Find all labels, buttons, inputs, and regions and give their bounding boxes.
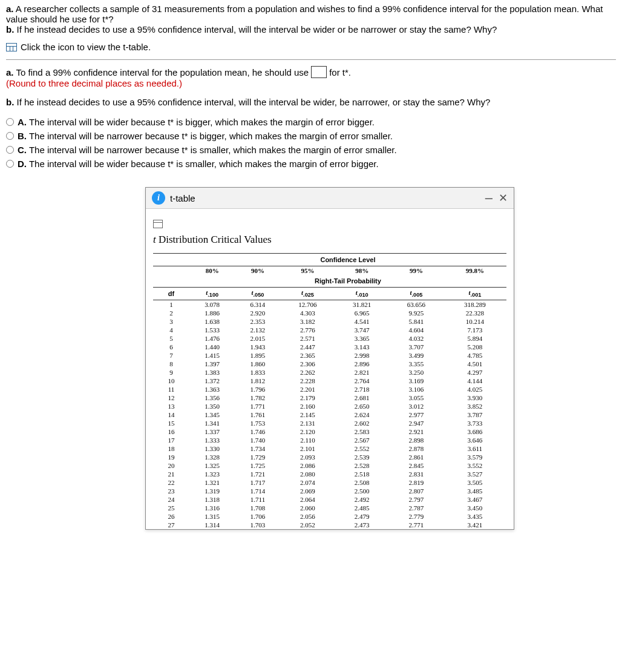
option-a-letter: A. xyxy=(18,117,27,127)
table-row: 121.3561.7822.1792.6813.0553.930 xyxy=(153,394,506,402)
conf-header: 95% xyxy=(281,266,335,275)
value-cell: 1.397 xyxy=(189,360,235,368)
option-b-row[interactable]: B. The interval will be narrower because… xyxy=(6,131,616,141)
value-cell: 2.539 xyxy=(335,453,389,461)
table-row: 201.3251.7252.0862.5282.8453.552 xyxy=(153,461,506,470)
dialog-header: i t-table – ✕ xyxy=(146,188,514,209)
t-star-input[interactable] xyxy=(311,66,327,78)
df-cell: 11 xyxy=(153,385,189,394)
value-cell: 1.714 xyxy=(235,487,280,495)
df-cell: 19 xyxy=(153,453,189,461)
value-cell: 1.711 xyxy=(235,495,280,504)
option-d-radio[interactable] xyxy=(6,160,14,168)
table-row: 271.3141.7032.0522.4732.7713.421 xyxy=(153,521,506,529)
value-cell: 1.345 xyxy=(189,410,235,419)
table-row: 71.4151.8952.3652.9983.4994.785 xyxy=(153,351,506,360)
option-b-text: The interval will be narrower because t*… xyxy=(29,131,393,141)
option-a-row[interactable]: A. The interval will be wider because t*… xyxy=(6,117,616,127)
value-cell: 3.733 xyxy=(444,419,506,427)
view-t-table-link[interactable]: Click the icon to view the t-table. xyxy=(6,42,616,52)
value-cell: 1.476 xyxy=(189,334,235,343)
value-cell: 3.106 xyxy=(389,385,444,394)
value-cell: 5.894 xyxy=(444,334,506,343)
conf-header: 90% xyxy=(235,266,280,275)
value-cell: 1.321 xyxy=(189,478,235,487)
value-cell: 3.787 xyxy=(444,410,506,419)
value-cell: 4.541 xyxy=(335,317,389,326)
part-a-text: A researcher collects a sample of 31 mea… xyxy=(6,4,603,24)
value-cell: 1.796 xyxy=(235,385,280,394)
df-cell: 12 xyxy=(153,394,189,402)
value-cell: 1.333 xyxy=(189,436,235,444)
value-cell: 1.415 xyxy=(189,351,235,360)
value-cell: 2.306 xyxy=(281,360,335,368)
value-cell: 2.552 xyxy=(335,444,389,453)
value-cell: 1.328 xyxy=(189,453,235,461)
question-stem: a. A researcher collects a sample of 31 … xyxy=(6,4,616,35)
value-cell: 2.131 xyxy=(281,419,335,427)
value-cell: 3.365 xyxy=(335,334,389,343)
close-icon[interactable]: ✕ xyxy=(499,191,508,205)
value-cell: 2.861 xyxy=(389,453,444,461)
conf-header: 99.8% xyxy=(444,266,506,275)
part-b-prompt: b. If he instead decides to use a 95% co… xyxy=(6,97,616,107)
conf-header: 99% xyxy=(389,266,444,275)
tail-header: t.001 xyxy=(444,288,506,300)
value-cell: 2.015 xyxy=(235,334,280,343)
df-cell: 8 xyxy=(153,360,189,368)
option-d-row[interactable]: D. The interval will be wider because t*… xyxy=(6,159,616,169)
value-cell: 1.323 xyxy=(189,470,235,478)
value-cell: 3.499 xyxy=(389,351,444,360)
option-b-letter: B. xyxy=(18,131,27,141)
table-row: 181.3301.7342.1012.5522.8783.611 xyxy=(153,444,506,453)
value-cell: 2.101 xyxy=(281,444,335,453)
value-cell: 1.638 xyxy=(189,317,235,326)
table-row: 21.8862.9204.3036.9659.92522.328 xyxy=(153,309,506,317)
tail-header: t.025 xyxy=(281,288,335,300)
part-b-label: b. xyxy=(6,24,14,35)
option-d-label: D. The interval will be wider because t*… xyxy=(18,159,379,169)
minimize-icon[interactable]: – xyxy=(485,194,493,202)
part-a-answer-post: for t*. xyxy=(329,67,351,77)
option-c-row[interactable]: C. The interval will be narrower because… xyxy=(6,145,616,155)
value-cell: 4.025 xyxy=(444,385,506,394)
value-cell: 1.341 xyxy=(189,419,235,427)
value-cell: 1.895 xyxy=(235,351,280,360)
df-cell: 27 xyxy=(153,521,189,529)
round-note: (Round to three decimal places as needed… xyxy=(6,78,616,88)
table-row: 231.3191.7142.0692.5002.8073.485 xyxy=(153,487,506,495)
value-cell: 1.729 xyxy=(235,453,280,461)
value-cell: 2.120 xyxy=(281,427,335,436)
value-cell: 3.930 xyxy=(444,394,506,402)
value-cell: 1.318 xyxy=(189,495,235,504)
value-cell: 3.169 xyxy=(389,377,444,385)
value-cell: 2.878 xyxy=(389,444,444,453)
value-cell: 3.527 xyxy=(444,470,506,478)
value-cell: 3.852 xyxy=(444,402,506,410)
value-cell: 2.821 xyxy=(335,368,389,377)
value-cell: 1.383 xyxy=(189,368,235,377)
table-row: 151.3411.7532.1312.6022.9473.733 xyxy=(153,419,506,427)
value-cell: 1.356 xyxy=(189,394,235,402)
option-b-radio[interactable] xyxy=(6,132,14,140)
tail-header: t.100 xyxy=(189,288,235,300)
part-b-text: If he instead decides to use a 95% confi… xyxy=(17,24,497,35)
value-cell: 3.579 xyxy=(444,453,506,461)
value-cell: 3.143 xyxy=(335,343,389,351)
part-a-answer-row: a. To find a 99% confidence interval for… xyxy=(6,66,616,78)
table-row: 81.3971.8602.3062.8963.3554.501 xyxy=(153,360,506,368)
df-cell: 22 xyxy=(153,478,189,487)
expand-icon[interactable] xyxy=(153,220,163,228)
part-b-prompt-label: b. xyxy=(6,97,14,107)
value-cell: 3.467 xyxy=(444,495,506,504)
value-cell: 3.505 xyxy=(444,478,506,487)
value-cell: 2.650 xyxy=(335,402,389,410)
option-a-radio[interactable] xyxy=(6,118,14,126)
value-cell: 2.228 xyxy=(281,377,335,385)
value-cell: 1.734 xyxy=(235,444,280,453)
option-c-radio[interactable] xyxy=(6,146,14,154)
option-a-text: The interval will be wider because t* is… xyxy=(29,117,375,127)
value-cell: 2.508 xyxy=(335,478,389,487)
value-cell: 2.060 xyxy=(281,504,335,512)
value-cell: 1.740 xyxy=(235,436,280,444)
